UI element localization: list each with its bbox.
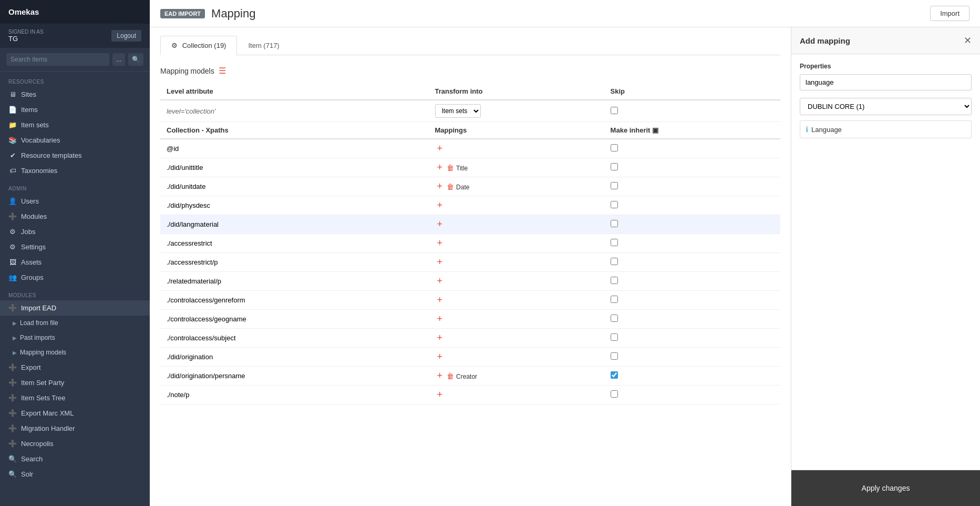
sidebar-item-migration-handler[interactable]: ➕Migration Handler	[0, 421, 150, 436]
sidebar-item-groups[interactable]: 👥Groups	[0, 270, 150, 285]
skip-checkbox-level[interactable]	[611, 107, 618, 114]
make-inherit-cell	[604, 348, 780, 367]
add-mapping-button[interactable]: +	[435, 238, 445, 249]
transform-select: Item sets Items	[435, 104, 598, 118]
make-inherit-cell	[604, 139, 780, 158]
migration-handler-icon: ➕	[8, 424, 17, 432]
add-mapping-button[interactable]: +	[435, 257, 445, 268]
add-mapping-button[interactable]: +	[435, 219, 445, 230]
search-bar: ... 🔍	[0, 48, 150, 72]
sidebar-item-settings[interactable]: ⚙Settings	[0, 239, 150, 255]
sidebar-item-sites[interactable]: 🖥Sites	[0, 87, 150, 102]
sidebar-item-load-from-file[interactable]: ▶Load from file	[0, 316, 150, 330]
more-button[interactable]: ...	[112, 53, 125, 66]
make-inherit-checkbox[interactable]	[611, 352, 618, 360]
make-inherit-checkbox[interactable]	[611, 201, 618, 208]
sidebar-item-taxonomies[interactable]: 🏷Taxonomies	[0, 163, 150, 178]
make-inherit-checkbox[interactable]	[611, 390, 618, 398]
add-mapping-button[interactable]: +	[435, 389, 445, 400]
add-mapping-button[interactable]: +	[435, 295, 445, 306]
make-inherit-checkbox[interactable]	[611, 371, 618, 379]
make-inherit-checkbox[interactable]	[611, 315, 618, 322]
tab-collection[interactable]: ⚙ Collection (19)	[160, 36, 237, 55]
vocab-select[interactable]: DUBLIN CORE (1)	[800, 98, 972, 115]
add-mapping-button[interactable]: +	[435, 181, 445, 192]
close-button[interactable]: ✕	[964, 35, 972, 46]
make-inherit-checkbox[interactable]	[611, 258, 618, 265]
search-button[interactable]: 🔍	[128, 53, 143, 66]
sidebar-item-item-sets-tree[interactable]: ➕Item Sets Tree	[0, 390, 150, 406]
make-inherit-checkbox[interactable]	[611, 333, 618, 341]
page-title: Mapping	[211, 7, 255, 21]
col-transform-into: Transform into	[429, 83, 604, 100]
make-inherit-checkbox[interactable]	[611, 239, 618, 246]
xpath-cell: ./did/unitdate	[160, 177, 429, 196]
mapping-cell: +	[429, 196, 604, 215]
delete-mapping-button[interactable]: 🗑	[445, 183, 456, 191]
add-mapping-button[interactable]: +	[435, 332, 445, 343]
add-mapping-button[interactable]: +	[435, 276, 445, 287]
delete-mapping-button[interactable]: 🗑	[445, 372, 456, 380]
add-mapping-button[interactable]: +	[435, 313, 445, 325]
sidebar-label-migration-handler: Migration Handler	[21, 424, 75, 432]
make-inherit-checkbox[interactable]	[611, 220, 618, 227]
sidebar-item-past-imports[interactable]: ▶Past imports	[0, 330, 150, 345]
make-inherit-cell	[604, 291, 780, 310]
table-row: ./did/unittitle+🗑Title	[160, 158, 780, 177]
sidebar-item-users[interactable]: 👤Users	[0, 194, 150, 209]
sidebar-item-vocabularies[interactable]: 📚Vocabularies	[0, 133, 150, 148]
properties-input[interactable]	[800, 74, 972, 90]
import-button[interactable]: Import	[930, 6, 969, 21]
make-inherit-checkbox[interactable]	[611, 163, 618, 170]
add-mapping-button[interactable]: +	[435, 162, 445, 173]
sidebar-item-jobs[interactable]: ⚙Jobs	[0, 224, 150, 239]
delete-mapping-button[interactable]: 🗑	[445, 164, 456, 172]
sidebar-label-resource-templates: Resource templates	[21, 151, 82, 159]
mapping-tag: Creator	[456, 373, 477, 380]
tab-item-label: Item (717)	[248, 42, 279, 49]
make-inherit-checkbox[interactable]	[611, 296, 618, 303]
add-mapping-button[interactable]: +	[435, 351, 445, 362]
sidebar-item-mapping-models[interactable]: ▶Mapping models	[0, 345, 150, 360]
col-level-attribute: Level attribute	[160, 83, 429, 100]
sidebar-label-item-sets: Item sets	[21, 121, 49, 129]
make-inherit-cell	[604, 177, 780, 196]
sidebar-label-load-from-file: Load from file	[20, 319, 58, 327]
level-row: level='collection' Item sets Items	[160, 100, 780, 122]
sidebar-item-export[interactable]: ➕Export	[0, 360, 150, 375]
make-inherit-checkbox[interactable]	[611, 182, 618, 189]
logout-button[interactable]: Logout	[111, 30, 141, 42]
sidebar-item-item-set-party[interactable]: ➕Item Set Party	[0, 375, 150, 390]
sidebar-label-items: Items	[21, 106, 38, 114]
sidebar-item-export-marc-xml[interactable]: ➕Export Marc XML	[0, 406, 150, 421]
sidebar-item-modules[interactable]: ➕Modules	[0, 209, 150, 224]
transform-select-dropdown[interactable]: Item sets Items	[435, 104, 481, 118]
add-mapping-button[interactable]: +	[435, 370, 445, 381]
vocab-item-label: Language	[811, 126, 842, 134]
sidebar-item-solr[interactable]: 🔍Solr	[0, 467, 150, 482]
sidebar-label-import-ead: Import EAD	[21, 304, 56, 312]
sidebar-item-assets[interactable]: 🖼Assets	[0, 255, 150, 270]
add-mapping-button[interactable]: +	[435, 200, 445, 211]
make-inherit-checkbox[interactable]	[611, 144, 618, 151]
apply-changes-button[interactable]: Apply changes	[800, 478, 972, 499]
table-row: ./controlaccess/geogname+	[160, 310, 780, 329]
sidebar-item-search[interactable]: 🔍Search	[0, 451, 150, 467]
tab-collection-label: Collection (19)	[182, 42, 226, 49]
xpath-cell: ./relatedmaterial/p	[160, 272, 429, 291]
search-sidebar-icon: 🔍	[8, 455, 17, 463]
sidebar-item-resource-templates[interactable]: ✔Resource templates	[0, 148, 150, 163]
make-inherit-checkbox[interactable]	[611, 277, 618, 284]
mapping-panel: ⚙ Collection (19) Item (717) Mapping mod…	[150, 27, 791, 506]
xpath-cell: ./controlaccess/subject	[160, 329, 429, 348]
properties-label: Properties	[800, 63, 972, 70]
search-input[interactable]	[6, 53, 109, 66]
tab-item[interactable]: Item (717)	[237, 36, 290, 55]
sidebar-item-item-sets[interactable]: 📁Item sets	[0, 117, 150, 133]
sidebar-item-import-ead[interactable]: ➕Import EAD	[0, 300, 150, 316]
sidebar-item-necropolis[interactable]: ➕Necropolis	[0, 436, 150, 451]
add-mapping-button[interactable]: +	[435, 143, 445, 154]
sidebar-item-items[interactable]: 📄Items	[0, 102, 150, 117]
brand: Omekas	[0, 0, 150, 24]
menu-icon[interactable]: ☰	[219, 66, 226, 76]
